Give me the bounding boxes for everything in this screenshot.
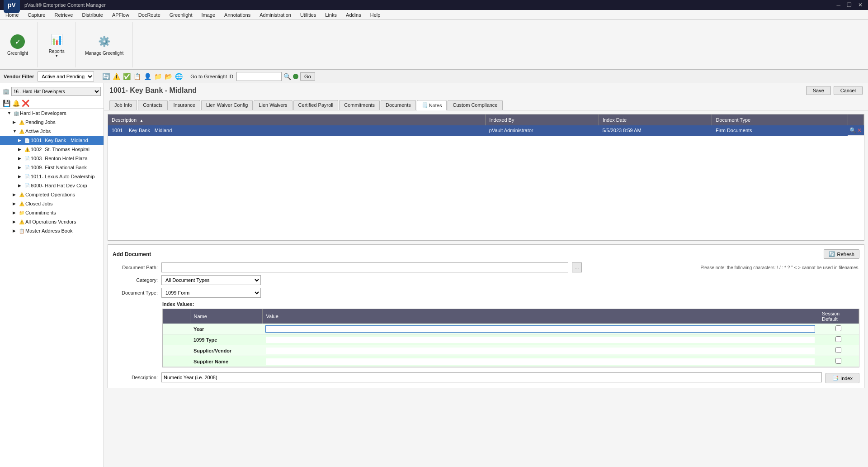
doc-filter-icon[interactable]: 📋: [132, 72, 142, 81]
greenlight-button[interactable]: ✓ Greenlight: [4, 32, 32, 57]
sidebar-item-1002[interactable]: ▶ ⚠️ 1002- St. Thomas Hospital: [0, 145, 104, 154]
menu-capture[interactable]: Capture: [26, 11, 47, 19]
document-type-select[interactable]: 1099 Form: [161, 288, 261, 298]
folder-filter-icon[interactable]: 📁: [153, 72, 162, 81]
tab-custom-compliance[interactable]: Custom Compliance: [448, 100, 502, 110]
supplier-name-session-checkbox[interactable]: [835, 358, 841, 364]
reports-button[interactable]: 📊 Reports ▼: [43, 30, 70, 60]
menu-retrieve[interactable]: Retrieve: [52, 11, 75, 19]
active-expand[interactable]: ▼: [13, 129, 18, 133]
close-button[interactable]: ✕: [856, 2, 864, 8]
tree-root[interactable]: ▼ 🏢 Hard Hat Developers: [0, 109, 104, 118]
master-address-expand[interactable]: ▶: [13, 229, 18, 233]
sidebar-item-commitments[interactable]: ▶ 📁 Commitments: [0, 208, 104, 217]
menu-apflow[interactable]: APFlow: [110, 11, 131, 19]
closed-expand[interactable]: ▶: [13, 201, 18, 206]
sidebar-item-1001[interactable]: ▶ 📄 1001- Key Bank - Midland: [0, 136, 104, 145]
description-input[interactable]: [161, 372, 822, 382]
tab-certified-payroll[interactable]: Certified Payroll: [293, 100, 339, 110]
warning-filter-icon[interactable]: ⚠️: [112, 72, 121, 81]
sidebar-item-6000[interactable]: ▶ 📄 6000- Hard Hat Dev Corp: [0, 181, 104, 190]
1003-expand[interactable]: ▶: [18, 156, 24, 161]
user-filter-icon[interactable]: 👤: [143, 72, 152, 81]
sidebar-item-all-vendors[interactable]: ▶ ⚠️ All Operations Vendors: [0, 217, 104, 226]
check-filter-icon[interactable]: ✅: [122, 72, 131, 81]
sidebar-item-pending-jobs[interactable]: ▶ ⚠️ Pending Jobs: [0, 118, 104, 127]
save-button[interactable]: Save: [806, 86, 831, 95]
tab-job-info[interactable]: Job Info: [109, 100, 137, 110]
tab-commitments[interactable]: Commitments: [339, 100, 380, 110]
menu-annotations[interactable]: Annotations: [222, 11, 252, 19]
all-vendors-expand[interactable]: ▶: [13, 219, 18, 224]
supplier-vendor-input[interactable]: [266, 348, 815, 354]
supplier-name-input[interactable]: [266, 358, 815, 365]
pending-expand[interactable]: ▶: [13, 120, 18, 124]
manage-greenlight-button[interactable]: ⚙️ Manage Greenlight: [81, 32, 127, 57]
1099type-input[interactable]: [266, 337, 815, 343]
category-select[interactable]: All Document Types: [161, 275, 261, 285]
sidebar-close-icon[interactable]: ❌: [22, 100, 29, 107]
sidebar-item-1003[interactable]: ▶ 📄 1003- Renton Hotel Plaza: [0, 154, 104, 163]
menu-utilities[interactable]: Utilities: [298, 11, 318, 19]
vendor-filter-select[interactable]: Active and Pending All Active Pending: [38, 71, 94, 81]
menu-image[interactable]: Image: [200, 11, 217, 19]
menu-administration[interactable]: Administration: [258, 11, 293, 19]
view-icon[interactable]: 🔍: [849, 127, 856, 133]
tab-lien-waivers[interactable]: Lien Waivers: [254, 100, 292, 110]
cancel-button[interactable]: Cancel: [834, 86, 863, 95]
sidebar-save-icon[interactable]: 💾: [3, 100, 10, 107]
index-button[interactable]: 📑 Index: [826, 373, 859, 383]
sidebar-item-completed[interactable]: ▶ ⚠️ Completed Operations: [0, 190, 104, 199]
commitments-expand[interactable]: ▶: [13, 210, 18, 215]
year-input[interactable]: [266, 326, 815, 332]
table-row[interactable]: 1001- - Key Bank - Midland - - pVault Ad…: [108, 125, 864, 136]
root-expand[interactable]: ▼: [7, 111, 13, 115]
sidebar-item-master-address[interactable]: ▶ 📋 Master Address Book: [0, 226, 104, 235]
1011-expand[interactable]: ▶: [18, 174, 24, 179]
restore-button[interactable]: ❐: [845, 2, 854, 8]
menu-help[interactable]: Help: [368, 11, 382, 19]
reports-dropdown[interactable]: Reports ▼: [49, 48, 65, 58]
sidebar-item-active-jobs[interactable]: ▼ ⚠️ Active Jobs: [0, 127, 104, 136]
root-label: Hard Hat Developers: [20, 110, 66, 116]
document-table-container: Description ▲ Indexed By Index Date Docu…: [108, 114, 864, 241]
index-table-container: Name Value Session Default Year: [162, 309, 859, 367]
tab-lien-waiver-config[interactable]: Lien Waiver Config: [201, 100, 253, 110]
refresh-filter-icon[interactable]: 🔄: [101, 72, 110, 81]
sidebar-item-1009[interactable]: ▶ 📄 1009- First National Bank: [0, 163, 104, 172]
1099type-session-checkbox[interactable]: [835, 336, 841, 342]
6000-expand[interactable]: ▶: [18, 183, 24, 188]
year-session-checkbox[interactable]: [835, 325, 841, 331]
minimize-button[interactable]: ─: [835, 2, 842, 8]
menu-docroute[interactable]: DocRoute: [137, 11, 162, 19]
folder2-filter-icon[interactable]: 📂: [164, 72, 173, 81]
tab-contacts[interactable]: Contacts: [138, 100, 167, 110]
menu-distribute[interactable]: Distribute: [80, 11, 104, 19]
sidebar-item-closed[interactable]: ▶ ⚠️ Closed Jobs: [0, 199, 104, 208]
1009-expand[interactable]: ▶: [18, 165, 24, 170]
pending-jobs-label: Pending Jobs: [25, 119, 56, 125]
supplier-vendor-session-checkbox[interactable]: [835, 347, 841, 353]
tab-insurance[interactable]: Insurance: [169, 100, 200, 110]
go-button[interactable]: Go: [300, 72, 315, 81]
refresh-button[interactable]: 🔄 Refresh: [824, 249, 859, 259]
web-filter-icon[interactable]: 🌐: [174, 72, 183, 81]
menu-greenlight[interactable]: Greenlight: [168, 11, 194, 19]
browse-button[interactable]: ...: [572, 262, 582, 272]
sidebar-bell-icon[interactable]: 🔔: [12, 100, 20, 107]
menu-home[interactable]: Home: [4, 11, 20, 19]
tab-notes[interactable]: 🗒️ Notes: [417, 100, 447, 110]
completed-expand[interactable]: ▶: [13, 192, 18, 197]
menu-bar: Home Capture Retrieve Distribute APFlow …: [0, 10, 868, 20]
1002-expand[interactable]: ▶: [18, 147, 24, 152]
document-path-input[interactable]: [161, 262, 568, 272]
menu-addins[interactable]: Addins: [344, 11, 363, 19]
sidebar-item-1011[interactable]: ▶ 📄 1011- Lexus Auto Dealership: [0, 172, 104, 181]
tab-documents[interactable]: Documents: [381, 100, 416, 110]
vault-select[interactable]: 16 - Hard Hat Developers: [11, 87, 101, 96]
1001-expand[interactable]: ▶: [18, 138, 24, 143]
search-icon[interactable]: 🔍: [283, 73, 291, 80]
menu-links[interactable]: Links: [323, 11, 339, 19]
delete-icon[interactable]: ✕: [857, 127, 862, 133]
greenlight-id-input[interactable]: [236, 72, 282, 81]
